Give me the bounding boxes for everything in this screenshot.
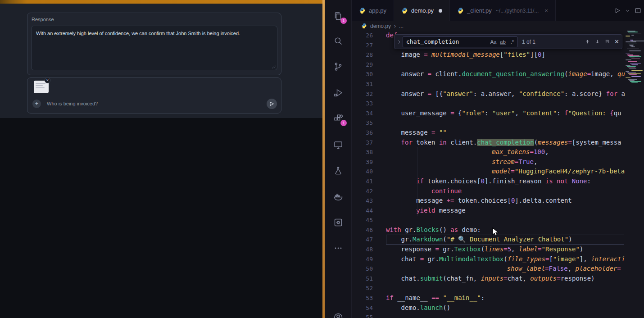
line-number[interactable]: 41 xyxy=(352,177,373,186)
code-line-50[interactable]: 50show_label=False, placeholder= xyxy=(352,264,644,274)
minimap[interactable] xyxy=(625,31,644,318)
breadcrumb-symbol[interactable]: ... xyxy=(399,23,404,29)
code-line-38[interactable]: 38max_tokens=100, xyxy=(352,147,644,157)
code-line-42[interactable]: 42continue xyxy=(352,186,644,196)
response-textarea[interactable]: With an extremely high level of confiden… xyxy=(31,26,277,70)
code-line-49[interactable]: 49chat = gr.MultimodalTextbox(file_types… xyxy=(352,254,644,264)
line-number[interactable]: 44 xyxy=(352,206,373,216)
line-number[interactable]: 27 xyxy=(352,41,373,50)
line-number[interactable]: 54 xyxy=(352,303,373,313)
code-line-29[interactable]: 29 xyxy=(352,60,644,70)
send-button[interactable] xyxy=(267,99,277,109)
activity-search[interactable] xyxy=(333,36,344,46)
line-number[interactable]: 34 xyxy=(352,109,373,118)
activity-environments[interactable] xyxy=(333,217,344,228)
tab-app-py[interactable]: app.py xyxy=(352,0,394,21)
match-case-toggle[interactable]: Aa xyxy=(489,39,498,45)
modified-dot[interactable] xyxy=(439,9,442,13)
add-file-button[interactable]: + xyxy=(32,100,41,108)
line-number[interactable]: 33 xyxy=(352,99,373,109)
code-line-32[interactable]: 32answer = [{"answer": a.answer, "confid… xyxy=(352,89,644,99)
code-line-33[interactable]: 33 xyxy=(352,99,644,109)
line-number[interactable]: 32 xyxy=(352,89,373,99)
toggle-replace-chevron-icon[interactable] xyxy=(395,35,403,49)
code-line-43[interactable]: 43message += token.choices[0].delta.cont… xyxy=(352,196,644,206)
code-line-45[interactable]: 45 xyxy=(352,215,644,225)
code-line-54[interactable]: 54demo.launch() xyxy=(352,303,644,313)
code-line-28[interactable]: 28image = multimodal_message["files"][0] xyxy=(352,50,644,60)
code-line-55[interactable]: 55 xyxy=(352,313,644,318)
code-line-34[interactable]: 34user_message = {"role": "user", "conte… xyxy=(352,109,644,118)
next-match-button[interactable] xyxy=(594,39,600,45)
screen: Response With an extremely high level of… xyxy=(0,0,644,318)
activity-remote-explorer[interactable] xyxy=(333,140,344,150)
line-number[interactable]: 26 xyxy=(352,31,373,41)
run-dropdown-chevron-icon[interactable] xyxy=(625,8,630,13)
line-number[interactable]: 53 xyxy=(352,293,373,303)
line-number[interactable]: 38 xyxy=(352,147,373,157)
line-number[interactable]: 30 xyxy=(352,69,373,79)
line-number[interactable]: 40 xyxy=(352,167,373,177)
code-line-47[interactable]: 47gr.Markdown("# 🔍 Document Analyzer Cha… xyxy=(352,235,644,245)
find-query-text[interactable]: chat_completion xyxy=(406,38,489,45)
code-line-46[interactable]: 46with gr.Blocks() as demo: xyxy=(352,225,644,235)
line-number[interactable]: 46 xyxy=(352,225,373,235)
code-line-48[interactable]: 48response = gr.Textbox(lines=5, label="… xyxy=(352,245,644,254)
find-input[interactable]: chat_completion Aa ab .* xyxy=(403,36,517,47)
breadcrumb-file[interactable]: demo.py xyxy=(370,23,391,29)
minimap-line xyxy=(631,59,640,59)
close-find-button[interactable]: ✕ xyxy=(614,38,619,45)
code-line-36[interactable]: 36message = "" xyxy=(352,128,644,138)
tab-client-py[interactable]: _client.py ~/.../python3.11/... × xyxy=(450,0,556,21)
activity-testing[interactable] xyxy=(333,165,344,176)
line-number[interactable]: 31 xyxy=(352,79,373,89)
whole-word-toggle[interactable]: ab xyxy=(498,39,508,45)
line-number[interactable]: 39 xyxy=(352,157,373,167)
run-button[interactable] xyxy=(614,7,621,14)
code-line-35[interactable]: 35 xyxy=(352,118,644,128)
code-line-52[interactable]: 52 xyxy=(352,283,644,293)
line-number[interactable]: 45 xyxy=(352,215,373,225)
code-line-40[interactable]: 40model="HuggingFaceH4/zephyr-7b-beta xyxy=(352,167,644,177)
code-line-51[interactable]: 51chat.submit(chat_fn, inputs=chat, outp… xyxy=(352,274,644,284)
chat-input-placeholder[interactable]: Who is being invoiced? xyxy=(47,101,98,106)
activity-extensions[interactable]: 1 xyxy=(333,113,344,124)
line-number[interactable]: 35 xyxy=(352,118,373,128)
code-line-53[interactable]: 53if __name__ == "__main__": xyxy=(352,293,644,303)
activity-explorer[interactable]: 1 xyxy=(333,11,344,22)
line-number[interactable]: 42 xyxy=(352,186,373,196)
split-editor-button[interactable] xyxy=(635,7,641,14)
regex-toggle[interactable]: .* xyxy=(508,39,517,45)
line-number[interactable]: 55 xyxy=(352,313,373,318)
line-number[interactable]: 47 xyxy=(352,235,373,245)
line-number[interactable]: 36 xyxy=(352,128,373,138)
code-line-30[interactable]: 30answer = client.document_question_answ… xyxy=(352,69,644,79)
activity-more[interactable] xyxy=(333,243,344,254)
resize-grip-icon[interactable] xyxy=(272,64,276,69)
line-number[interactable]: 28 xyxy=(352,50,373,60)
line-number[interactable]: 52 xyxy=(352,283,373,293)
line-number[interactable]: 43 xyxy=(352,196,373,206)
activity-source-control[interactable] xyxy=(333,61,344,72)
code-line-37[interactable]: 37for token in client.chat_completion(me… xyxy=(352,138,644,148)
activity-docker[interactable] xyxy=(333,191,344,202)
code-line-44[interactable]: 44yield message xyxy=(352,206,644,216)
remove-image-button[interactable]: × xyxy=(45,77,50,83)
code-line-41[interactable]: 41if token.choices[0].finish_reason is n… xyxy=(352,177,644,186)
activity-run-debug[interactable] xyxy=(333,87,344,98)
code-editor[interactable]: 26def2728image = multimodal_message["fil… xyxy=(352,31,644,318)
previous-match-button[interactable] xyxy=(585,39,590,45)
breadcrumb: demo.py › ... xyxy=(352,21,644,31)
activity-account[interactable] xyxy=(333,312,344,318)
line-number[interactable]: 48 xyxy=(352,245,373,254)
line-number[interactable]: 50 xyxy=(352,264,373,274)
line-number[interactable]: 51 xyxy=(352,274,373,284)
line-number[interactable]: 29 xyxy=(352,60,373,70)
tab-demo-py[interactable]: demo.py xyxy=(394,0,450,21)
find-in-selection-button[interactable] xyxy=(604,39,610,45)
code-line-39[interactable]: 39stream=True, xyxy=(352,157,644,167)
line-number[interactable]: 37 xyxy=(352,138,373,148)
code-line-31[interactable]: 31 xyxy=(352,79,644,89)
line-number[interactable]: 49 xyxy=(352,254,373,264)
tab-close-icon[interactable]: × xyxy=(544,7,548,14)
